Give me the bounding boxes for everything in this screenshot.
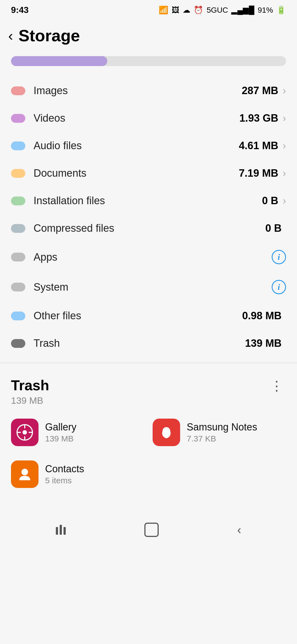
back-icon: ‹ [237, 523, 241, 537]
svg-point-1 [23, 430, 27, 435]
nav-back-button[interactable]: ‹ [237, 523, 241, 537]
category-value: 0.98 MB [242, 310, 282, 322]
app-info: Samsung Notes7.37 KB [187, 421, 257, 443]
storage-bar-fill [11, 56, 107, 66]
storage-item[interactable]: Installation files0 B› [11, 187, 286, 215]
wifi-icon: 📶 [159, 6, 168, 15]
chevron-icon: › [283, 113, 286, 124]
battery-icon: 🔋 [276, 6, 286, 15]
trash-size: 139 MB [11, 395, 49, 406]
category-color-dot [11, 197, 25, 205]
storage-item[interactable]: Audio files4.61 MB› [11, 132, 286, 160]
app-name: Gallery [45, 421, 76, 433]
app-name: Samsung Notes [187, 421, 257, 433]
info-icon[interactable]: i [272, 250, 286, 264]
home-icon [144, 523, 159, 537]
storage-item: Trash139 MB [11, 330, 286, 357]
back-button[interactable]: ‹ [8, 28, 13, 44]
category-label: Videos [34, 112, 239, 124]
signal-bars: ▂▄▆█ [231, 6, 254, 15]
status-bar: 9:43 📶 🖼 ☁ ⏰ 5GUC ▂▄▆█ 91% 🔋 [0, 0, 297, 18]
storage-item[interactable]: Videos1.93 GB› [11, 105, 286, 132]
app-icon-contacts [11, 460, 38, 488]
category-label: Apps [34, 251, 272, 263]
app-size: 139 MB [45, 434, 76, 443]
storage-item: Compressed files0 B [11, 215, 286, 242]
category-color-dot [11, 253, 25, 261]
recents-icon [56, 525, 66, 535]
trash-header: Trash 139 MB ⋮ [11, 377, 286, 406]
app-icon-notes [153, 419, 180, 446]
battery-label: 91% [258, 6, 273, 15]
image-icon: 🖼 [172, 6, 179, 15]
chevron-icon: › [283, 195, 286, 207]
app-info: Contacts5 items [45, 463, 84, 485]
header: ‹ Storage [0, 18, 297, 51]
trash-apps-grid: Gallery139 MBSamsung Notes7.37 KBContact… [11, 414, 286, 492]
info-icon[interactable]: i [272, 280, 286, 294]
trash-app-item[interactable]: Contacts5 items [11, 456, 144, 492]
category-label: Other files [34, 310, 242, 322]
category-color-dot [11, 141, 25, 150]
trash-title: Trash [11, 377, 49, 394]
nav-home-button[interactable] [144, 523, 159, 537]
cloud-icon: ☁ [183, 6, 190, 15]
trash-title-block: Trash 139 MB [11, 377, 49, 406]
category-label: Documents [34, 167, 239, 179]
network-label: 5GUC [207, 6, 228, 15]
category-color-dot [11, 114, 25, 123]
category-value: 1.93 GB [239, 112, 278, 124]
category-color-dot [11, 339, 25, 348]
storage-item: Appsi [11, 242, 286, 272]
storage-item[interactable]: Documents7.19 MB› [11, 160, 286, 187]
category-color-dot [11, 224, 25, 233]
chevron-icon: › [283, 140, 286, 152]
status-time: 9:43 [11, 5, 29, 15]
category-label: Trash [34, 337, 245, 349]
alarm-icon: ⏰ [194, 6, 203, 15]
storage-item: Systemi [11, 272, 286, 302]
category-label: Compressed files [34, 222, 265, 234]
chevron-icon: › [283, 85, 286, 97]
category-value: 0 B [262, 195, 278, 207]
app-icon-gallery [11, 419, 38, 446]
category-value: 0 B [265, 222, 282, 234]
app-name: Contacts [45, 463, 84, 475]
category-color-dot [11, 169, 25, 178]
category-label: Images [34, 85, 242, 97]
storage-bar-track [11, 56, 286, 66]
storage-list: Images287 MB›Videos1.93 GB›Audio files4.… [0, 77, 297, 357]
category-value: 4.61 MB [239, 140, 278, 152]
trash-section: Trash 139 MB ⋮ Gallery139 MBSamsung Note… [0, 369, 297, 498]
category-label: System [34, 281, 272, 293]
category-color-dot [11, 283, 25, 291]
trash-app-item[interactable]: Gallery139 MB [11, 414, 144, 451]
svg-point-7 [21, 469, 28, 475]
category-value: 139 MB [245, 337, 282, 349]
app-info: Gallery139 MB [45, 421, 76, 443]
category-value: 287 MB [242, 85, 278, 97]
app-size: 7.37 KB [187, 434, 257, 443]
storage-item: Other files0.98 MB [11, 302, 286, 330]
nav-bar: ‹ [0, 514, 297, 545]
page-title: Storage [18, 26, 80, 45]
trash-menu-button[interactable]: ⋮ [267, 377, 286, 395]
app-size: 5 items [45, 476, 84, 485]
storage-bar-container [11, 56, 286, 66]
category-color-dot [11, 86, 25, 95]
category-value: 7.19 MB [239, 167, 278, 179]
category-label: Audio files [34, 140, 239, 152]
category-label: Installation files [34, 195, 262, 207]
trash-app-item[interactable]: Samsung Notes7.37 KB [153, 414, 286, 451]
section-divider [0, 363, 297, 363]
category-color-dot [11, 312, 25, 320]
status-right: 📶 🖼 ☁ ⏰ 5GUC ▂▄▆█ 91% 🔋 [159, 6, 286, 15]
storage-item[interactable]: Images287 MB› [11, 77, 286, 105]
chevron-icon: › [283, 168, 286, 179]
nav-recents-button[interactable] [56, 525, 66, 535]
